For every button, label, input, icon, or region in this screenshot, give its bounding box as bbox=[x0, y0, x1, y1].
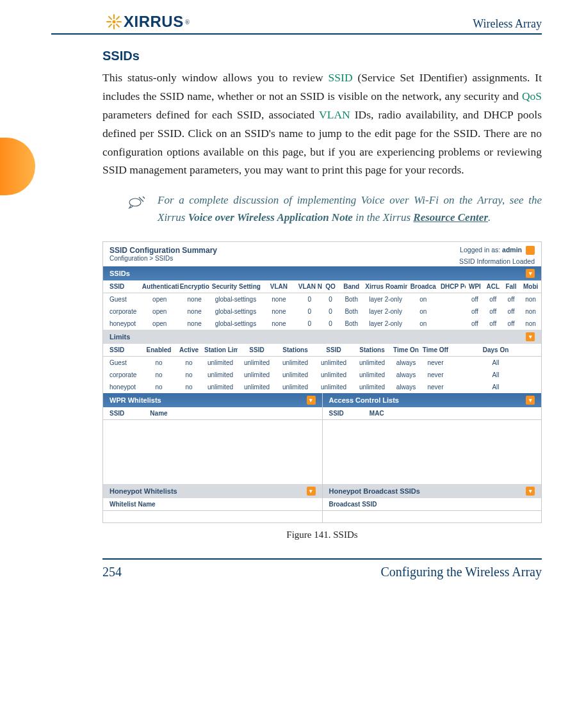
cell-dhcp bbox=[439, 305, 466, 318]
cell-c2: unlimited bbox=[276, 357, 314, 369]
ssids-table: SSID Authenticati Encryptio Security Set… bbox=[103, 280, 541, 330]
table-row: Guestopennoneglobal-settingsnone00Bothla… bbox=[103, 293, 541, 306]
band-hbs-label: Honeypot Broadcast SSIDs bbox=[329, 487, 420, 495]
cell-enc: none bbox=[179, 318, 211, 330]
cell-act: no bbox=[175, 381, 203, 393]
cell-en: no bbox=[143, 369, 175, 381]
svg-line-5 bbox=[117, 24, 119, 27]
th2-enabled: Enabled bbox=[143, 344, 175, 357]
th-ssid: SSID bbox=[103, 280, 141, 293]
screenshot-panel: SSID Configuration Summary Configuration… bbox=[102, 241, 542, 523]
logo: XIRRUS® bbox=[51, 13, 190, 31]
note-t3: . bbox=[488, 211, 491, 223]
th2-ssid: SSID bbox=[103, 344, 143, 357]
wpr-col-name: Name bbox=[150, 410, 167, 417]
band-acl-label: Access Control Lists bbox=[329, 396, 399, 404]
cell-c3: unlimited bbox=[314, 357, 353, 369]
doc-title: Wireless Array bbox=[473, 17, 542, 31]
cell-vnum: 0 bbox=[297, 293, 322, 306]
th2-c3: SSID bbox=[314, 344, 353, 357]
table-row: corporatenonounlimitedunlimitedunlimited… bbox=[103, 369, 541, 381]
link-ssid[interactable]: SSID bbox=[329, 71, 353, 84]
collapse-icon[interactable]: ▾ bbox=[526, 332, 535, 341]
cell-act: no bbox=[175, 369, 203, 381]
band-acl-lists: Access Control Lists ▾ bbox=[323, 393, 542, 407]
cell-roam: layer 2-only bbox=[364, 318, 407, 330]
cell-bcast: on bbox=[407, 305, 439, 318]
th2-days: Days On bbox=[450, 344, 541, 357]
collapse-icon[interactable]: ▾ bbox=[526, 487, 535, 496]
cell-sec: global-settings bbox=[211, 318, 261, 330]
cell-c3: unlimited bbox=[314, 381, 353, 393]
hbs-col: Broadcast SSID bbox=[329, 501, 377, 508]
body-paragraph: This status-only window allows you to re… bbox=[102, 69, 542, 179]
band-ssids-label: SSIDs bbox=[110, 270, 130, 277]
logged-in-label: Logged in as: bbox=[460, 246, 502, 254]
table-row: honeypotopennoneglobal-settingsnone00Bot… bbox=[103, 318, 541, 330]
th-auth: Authenticati bbox=[141, 280, 179, 293]
wpr-col-ssid: SSID bbox=[110, 410, 124, 417]
limits-table: SSID Enabled Active Station Limit SSID S… bbox=[103, 344, 541, 393]
info-loaded-status: SSID Information Loaded bbox=[459, 257, 535, 265]
cell-c1: unlimited bbox=[238, 369, 276, 381]
logged-in-user: admin bbox=[502, 246, 522, 254]
cell-slim: unlimited bbox=[203, 357, 238, 369]
cell-vlan: none bbox=[261, 293, 297, 306]
note-icon bbox=[128, 195, 146, 211]
logout-icon[interactable] bbox=[526, 246, 535, 255]
shot-breadcrumb: Configuration > SSIDs bbox=[110, 255, 217, 262]
cell-vnum: 0 bbox=[297, 318, 322, 330]
wpr-empty bbox=[103, 420, 322, 484]
cell-acl: off bbox=[484, 293, 502, 306]
cell-ton: always bbox=[391, 381, 421, 393]
cell-enc: none bbox=[179, 305, 211, 318]
page-footer: 254 Configuring the Wireless Array bbox=[102, 558, 542, 579]
cell-c3: unlimited bbox=[314, 369, 353, 381]
band-limits: Limits ▾ bbox=[103, 330, 541, 344]
th2-c4: Stations bbox=[353, 344, 391, 357]
cell-mobi: non bbox=[520, 318, 541, 330]
cell-wpr: off bbox=[466, 318, 484, 330]
cell-roam: layer 2-only bbox=[364, 305, 407, 318]
cell-wpr: off bbox=[466, 293, 484, 306]
link-resource-center[interactable]: Resource Center bbox=[413, 211, 488, 223]
th2-active: Active bbox=[175, 344, 203, 357]
th2-ton: Time On bbox=[391, 344, 421, 357]
shot-title: SSID Configuration Summary bbox=[110, 246, 217, 255]
note-bold: Voice over Wireless Application Note bbox=[188, 211, 353, 223]
cell-acl: off bbox=[484, 318, 502, 330]
svg-point-8 bbox=[113, 20, 116, 24]
collapse-icon[interactable]: ▾ bbox=[307, 396, 316, 405]
section-heading: SSIDs bbox=[102, 49, 542, 63]
cell-auth: open bbox=[141, 318, 179, 330]
cell-vlan: none bbox=[261, 305, 297, 318]
table-row: corporateopennoneglobal-settingsnone00Bo… bbox=[103, 305, 541, 318]
collapse-icon[interactable]: ▾ bbox=[526, 269, 535, 278]
note-text: For a complete discussion of implementin… bbox=[158, 192, 542, 226]
cell-act: no bbox=[175, 357, 203, 369]
link-vlan[interactable]: VLAN bbox=[319, 108, 350, 121]
cell-bcast: on bbox=[407, 318, 439, 330]
cell-c2: unlimited bbox=[276, 381, 314, 393]
link-qos[interactable]: QoS bbox=[522, 90, 542, 102]
svg-line-7 bbox=[109, 24, 111, 27]
svg-line-6 bbox=[117, 17, 119, 19]
cell-ssid: honeypot bbox=[103, 381, 143, 393]
cell-sec: global-settings bbox=[211, 305, 261, 318]
table-row: Guestnonounlimitedunlimitedunlimitedunli… bbox=[103, 357, 541, 369]
cell-band: Both bbox=[339, 318, 364, 330]
cell-c2: unlimited bbox=[276, 369, 314, 381]
th-vnum: VLAN Num bbox=[297, 280, 322, 293]
cell-en: no bbox=[143, 357, 175, 369]
collapse-icon[interactable]: ▾ bbox=[307, 487, 316, 496]
cell-c1: unlimited bbox=[238, 357, 276, 369]
cell-slim: unlimited bbox=[203, 369, 238, 381]
figure-caption: Figure 141. SSIDs bbox=[102, 530, 542, 540]
cell-dhcp bbox=[439, 293, 466, 306]
cell-roam: layer 2-only bbox=[364, 293, 407, 306]
table-row: honeypotnonounlimitedunlimitedunlimitedu… bbox=[103, 381, 541, 393]
cell-days: All bbox=[450, 357, 541, 369]
collapse-icon[interactable]: ▾ bbox=[526, 396, 535, 405]
band-limits-label: Limits bbox=[110, 333, 130, 341]
cell-fall: off bbox=[502, 318, 520, 330]
